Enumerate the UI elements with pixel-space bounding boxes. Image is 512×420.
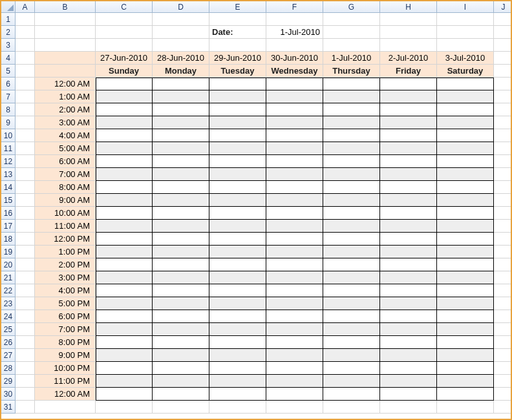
schedule-cell[interactable] bbox=[153, 233, 209, 246]
cell[interactable] bbox=[16, 13, 35, 26]
row-header[interactable]: 11 bbox=[1, 142, 16, 155]
schedule-cell[interactable] bbox=[323, 220, 380, 233]
schedule-cell[interactable] bbox=[323, 246, 380, 258]
schedule-cell[interactable] bbox=[437, 388, 494, 401]
cell[interactable] bbox=[494, 388, 512, 401]
row-header[interactable]: 24 bbox=[1, 310, 16, 323]
cell[interactable] bbox=[153, 26, 209, 39]
schedule-cell[interactable] bbox=[323, 90, 380, 103]
schedule-cell[interactable] bbox=[153, 220, 209, 233]
row-header[interactable]: 4 bbox=[1, 52, 16, 65]
schedule-cell[interactable] bbox=[323, 375, 380, 388]
cell[interactable] bbox=[35, 26, 96, 39]
schedule-cell[interactable] bbox=[266, 233, 323, 246]
cell[interactable] bbox=[16, 362, 35, 375]
schedule-cell[interactable] bbox=[380, 181, 437, 194]
schedule-cell[interactable] bbox=[437, 168, 494, 181]
schedule-cell[interactable] bbox=[266, 336, 323, 349]
row-header[interactable]: 7 bbox=[1, 90, 16, 103]
select-all-corner[interactable] bbox=[1, 1, 16, 13]
schedule-cell[interactable] bbox=[323, 349, 380, 362]
cell[interactable] bbox=[494, 207, 512, 220]
schedule-cell[interactable] bbox=[153, 181, 209, 194]
schedule-cell[interactable] bbox=[323, 142, 380, 155]
cell[interactable] bbox=[494, 401, 512, 414]
schedule-cell[interactable] bbox=[266, 362, 323, 375]
cell[interactable] bbox=[494, 323, 512, 336]
cell[interactable] bbox=[35, 52, 96, 65]
row-header[interactable]: 21 bbox=[1, 271, 16, 284]
schedule-cell[interactable] bbox=[266, 168, 323, 181]
schedule-cell[interactable] bbox=[380, 362, 437, 375]
schedule-cell[interactable] bbox=[153, 142, 209, 155]
schedule-cell[interactable] bbox=[209, 142, 266, 155]
schedule-cell[interactable] bbox=[437, 310, 494, 323]
schedule-cell[interactable] bbox=[323, 155, 380, 168]
schedule-cell[interactable] bbox=[323, 258, 380, 271]
schedule-cell[interactable] bbox=[323, 297, 380, 310]
cell[interactable] bbox=[266, 39, 323, 52]
cell[interactable] bbox=[16, 194, 35, 207]
schedule-cell[interactable] bbox=[323, 336, 380, 349]
cell[interactable] bbox=[494, 26, 512, 39]
schedule-cell[interactable] bbox=[437, 336, 494, 349]
cell[interactable] bbox=[266, 401, 323, 414]
cell[interactable] bbox=[380, 39, 437, 52]
schedule-cell[interactable] bbox=[209, 246, 266, 258]
schedule-cell[interactable] bbox=[323, 310, 380, 323]
schedule-cell[interactable] bbox=[323, 129, 380, 142]
cell[interactable] bbox=[494, 129, 512, 142]
cell[interactable] bbox=[96, 39, 153, 52]
schedule-cell[interactable] bbox=[153, 271, 209, 284]
column-header[interactable]: E bbox=[209, 1, 266, 13]
schedule-cell[interactable] bbox=[153, 284, 209, 297]
schedule-cell[interactable] bbox=[380, 271, 437, 284]
schedule-cell[interactable] bbox=[437, 375, 494, 388]
cell[interactable] bbox=[16, 207, 35, 220]
date-value[interactable]: 1-Jul-2010 bbox=[266, 26, 323, 39]
schedule-cell[interactable] bbox=[266, 155, 323, 168]
schedule-cell[interactable] bbox=[153, 155, 209, 168]
schedule-cell[interactable] bbox=[380, 233, 437, 246]
cell[interactable] bbox=[153, 13, 209, 26]
schedule-cell[interactable] bbox=[153, 194, 209, 207]
schedule-cell[interactable] bbox=[380, 284, 437, 297]
schedule-cell[interactable] bbox=[380, 336, 437, 349]
schedule-cell[interactable] bbox=[437, 90, 494, 103]
spreadsheet-grid[interactable]: ABCDEFGHIJ12Date:1-Jul-20103427-Jun-2010… bbox=[1, 1, 511, 414]
cell[interactable] bbox=[35, 39, 96, 52]
schedule-cell[interactable] bbox=[266, 310, 323, 323]
schedule-cell[interactable] bbox=[437, 284, 494, 297]
schedule-cell[interactable] bbox=[437, 103, 494, 116]
cell[interactable] bbox=[494, 142, 512, 155]
schedule-cell[interactable] bbox=[96, 103, 153, 116]
cell[interactable] bbox=[494, 362, 512, 375]
cell[interactable] bbox=[96, 26, 153, 39]
row-header[interactable]: 17 bbox=[1, 220, 16, 233]
schedule-cell[interactable] bbox=[380, 155, 437, 168]
schedule-cell[interactable] bbox=[266, 103, 323, 116]
row-header[interactable]: 16 bbox=[1, 207, 16, 220]
schedule-cell[interactable] bbox=[96, 129, 153, 142]
schedule-cell[interactable] bbox=[209, 168, 266, 181]
row-header[interactable]: 6 bbox=[1, 78, 16, 90]
schedule-cell[interactable] bbox=[437, 194, 494, 207]
schedule-cell[interactable] bbox=[96, 310, 153, 323]
schedule-cell[interactable] bbox=[266, 181, 323, 194]
cell[interactable] bbox=[494, 181, 512, 194]
schedule-cell[interactable] bbox=[323, 362, 380, 375]
schedule-cell[interactable] bbox=[209, 129, 266, 142]
schedule-cell[interactable] bbox=[209, 103, 266, 116]
schedule-cell[interactable] bbox=[96, 362, 153, 375]
schedule-cell[interactable] bbox=[380, 388, 437, 401]
cell[interactable] bbox=[16, 52, 35, 65]
column-header[interactable]: C bbox=[96, 1, 153, 13]
schedule-cell[interactable] bbox=[96, 168, 153, 181]
cell[interactable] bbox=[16, 388, 35, 401]
schedule-cell[interactable] bbox=[437, 297, 494, 310]
row-header[interactable]: 15 bbox=[1, 194, 16, 207]
schedule-cell[interactable] bbox=[437, 362, 494, 375]
schedule-cell[interactable] bbox=[266, 271, 323, 284]
cell[interactable] bbox=[494, 233, 512, 246]
row-header[interactable]: 18 bbox=[1, 233, 16, 246]
